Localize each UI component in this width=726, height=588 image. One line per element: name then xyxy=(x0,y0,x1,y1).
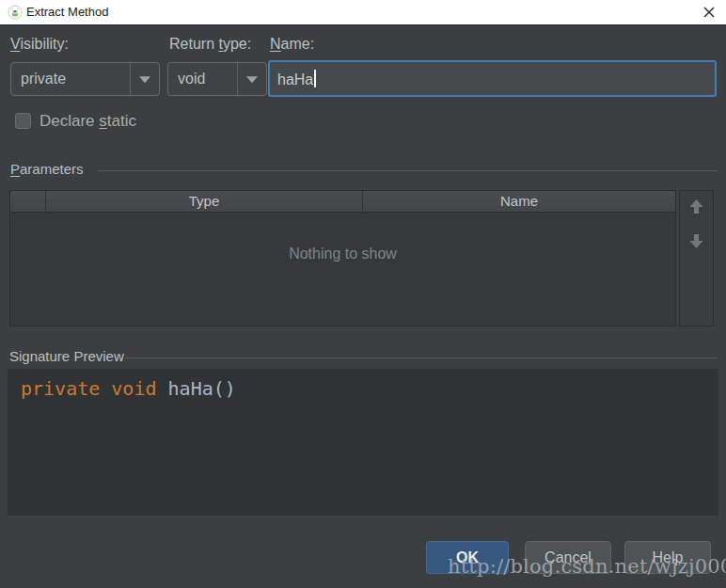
parameters-section-label: Parameters xyxy=(10,161,84,177)
move-down-button[interactable] xyxy=(680,232,713,255)
name-input-value: haHa xyxy=(277,72,313,87)
signature-preview-label: Signature Preview xyxy=(9,348,124,364)
visibility-combo-arrow-zone xyxy=(130,63,159,95)
chevron-down-icon xyxy=(139,76,150,83)
column-header-selector[interactable] xyxy=(10,191,46,212)
column-header-name[interactable]: Name xyxy=(363,191,675,212)
return-type-combobox[interactable]: void xyxy=(167,62,267,96)
return-type-label: Return type: xyxy=(169,36,251,53)
parameters-table: Type Name Nothing to show xyxy=(9,190,676,326)
arrow-down-icon xyxy=(688,232,704,249)
cancel-button[interactable]: Cancel xyxy=(525,541,611,574)
titlebar: Extract Method xyxy=(0,0,726,25)
column-header-type[interactable]: Type xyxy=(46,191,363,212)
return-type-combo-arrow-zone xyxy=(237,63,266,95)
parameters-table-header: Type Name xyxy=(10,191,675,213)
row-reorder-panel xyxy=(679,190,714,326)
extract-method-dialog: Extract Method Visibility: Return type: … xyxy=(0,0,726,588)
declare-static-checkbox[interactable] xyxy=(15,113,31,129)
table-empty-text: Nothing to show xyxy=(10,246,675,262)
visibility-value: private xyxy=(21,71,66,87)
visibility-combobox[interactable]: private xyxy=(10,62,160,96)
chevron-down-icon xyxy=(246,76,258,83)
code-identifier: haHa() xyxy=(168,377,236,400)
android-studio-icon xyxy=(8,5,23,20)
text-caret xyxy=(314,70,316,87)
help-button[interactable]: Help xyxy=(624,541,711,574)
signature-preview-panel: private void haHa() xyxy=(8,369,718,516)
name-label: Name: xyxy=(270,36,314,53)
signature-code: private void haHa() xyxy=(21,377,236,400)
name-input[interactable]: haHa xyxy=(268,60,717,97)
signature-separator-line xyxy=(125,358,717,358)
visibility-label: Visibility: xyxy=(10,36,69,53)
move-up-button[interactable] xyxy=(680,199,713,221)
ok-button[interactable]: OK xyxy=(426,541,509,574)
declare-static-label[interactable]: Declare static xyxy=(39,112,136,131)
parameters-separator-line xyxy=(98,170,717,171)
window-title: Extract Method xyxy=(26,5,108,19)
close-icon xyxy=(700,3,718,22)
arrow-up-icon xyxy=(688,199,704,215)
code-keywords: private void xyxy=(21,377,168,400)
close-button[interactable] xyxy=(700,3,718,22)
return-type-value: void xyxy=(178,71,205,87)
